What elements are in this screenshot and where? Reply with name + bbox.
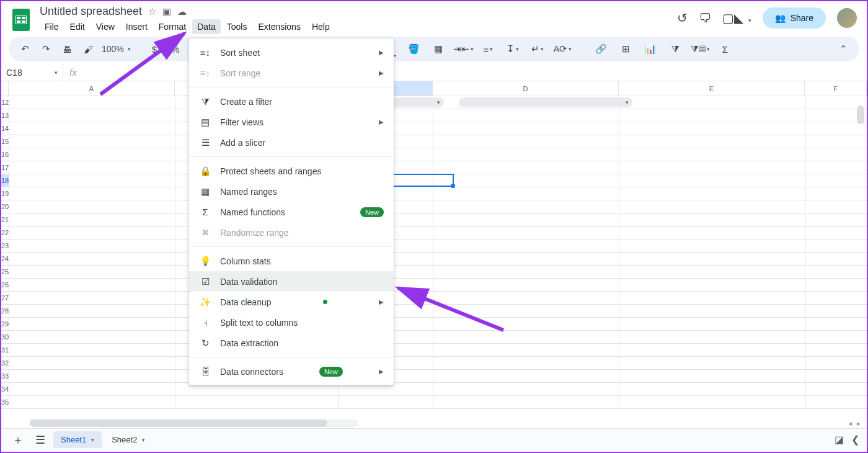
cell[interactable]	[433, 396, 619, 409]
link-button[interactable]: 🔗	[593, 42, 608, 56]
account-avatar[interactable]	[837, 8, 857, 28]
cell[interactable]	[433, 305, 619, 318]
cell[interactable]	[619, 213, 805, 226]
menu-file[interactable]: File	[40, 19, 64, 34]
name-box[interactable]: C18 ▾	[1, 64, 63, 81]
menu-edit[interactable]: Edit	[65, 19, 90, 34]
cell[interactable]	[619, 240, 805, 253]
cell[interactable]	[433, 383, 619, 396]
cell[interactable]	[619, 200, 805, 213]
cell[interactable]	[619, 266, 805, 279]
cell[interactable]	[9, 148, 175, 161]
cell[interactable]	[9, 331, 175, 344]
cell[interactable]	[433, 279, 619, 292]
print-button[interactable]: 🖶	[60, 42, 74, 56]
cell[interactable]	[433, 135, 619, 148]
cell[interactable]	[433, 292, 619, 305]
chart-button[interactable]: 📊	[643, 42, 658, 56]
col-header-A[interactable]: A	[9, 81, 175, 96]
cell[interactable]	[9, 161, 175, 174]
cell[interactable]	[433, 370, 619, 383]
cell[interactable]	[619, 135, 805, 148]
cell[interactable]	[433, 174, 619, 187]
filter-views-button[interactable]: ⧩▦▾	[693, 42, 707, 56]
cell[interactable]	[433, 213, 619, 226]
cell[interactable]	[175, 396, 339, 409]
cell[interactable]	[9, 383, 175, 396]
meet-icon[interactable]: ▢◣ ▾	[722, 11, 751, 25]
cloud-status-icon[interactable]: ☁	[177, 6, 187, 17]
sheet-tab-sheet2[interactable]: Sheet2▾	[104, 431, 153, 448]
cell[interactable]	[619, 344, 805, 357]
cell[interactable]	[619, 226, 805, 240]
row-header[interactable]: 21	[1, 213, 9, 226]
cell-dropdown-pill[interactable]: ▾	[459, 97, 632, 107]
cell[interactable]	[9, 174, 175, 187]
col-header-F[interactable]: F	[805, 81, 867, 96]
cell[interactable]	[619, 109, 805, 122]
cell[interactable]	[433, 266, 619, 279]
cell[interactable]	[619, 292, 805, 305]
cell[interactable]	[9, 266, 175, 279]
spreadsheet-grid[interactable]: ABCDEF 121314151617181920212223242526272…	[1, 81, 867, 410]
sheets-logo[interactable]	[9, 7, 33, 32]
cell[interactable]	[9, 187, 175, 200]
chevron-down-icon[interactable]: ▾	[142, 437, 145, 443]
scroll-left-icon[interactable]: ◄	[847, 420, 853, 427]
percent-button[interactable]: %	[168, 42, 183, 56]
side-panel-toggle[interactable]: ❮	[851, 434, 859, 446]
cell[interactable]	[619, 383, 805, 396]
menu-data[interactable]: Data	[192, 19, 221, 34]
row-header[interactable]: 14	[1, 122, 9, 135]
row-header[interactable]: 25	[1, 266, 9, 279]
share-button[interactable]: 👥 Share	[763, 7, 826, 29]
cell[interactable]	[9, 226, 175, 240]
menu-item-column-stats[interactable]: 💡Column stats	[189, 251, 394, 271]
cell[interactable]	[9, 135, 175, 148]
menu-item-filter-views[interactable]: ▤Filter views▶	[189, 112, 394, 132]
cell[interactable]	[619, 370, 805, 383]
menu-item-named-functions[interactable]: ΣNamed functionsNew	[189, 202, 394, 222]
cell[interactable]	[9, 240, 175, 253]
comment-button[interactable]: ⊞	[618, 42, 633, 56]
cell[interactable]	[433, 253, 619, 266]
cell[interactable]	[433, 187, 619, 200]
row-header[interactable]: 28	[1, 305, 9, 318]
cell[interactable]	[433, 357, 619, 370]
doc-title[interactable]: Untitled spreadsheet	[40, 5, 142, 18]
undo-button[interactable]: ↶	[17, 42, 32, 56]
menu-format[interactable]: Format	[154, 19, 191, 34]
cell[interactable]	[619, 161, 805, 174]
add-sheet-button[interactable]: ＋	[9, 431, 27, 449]
menu-item-split-text-to-columns[interactable]: ⫞Split text to columns	[189, 312, 394, 333]
cell[interactable]	[619, 96, 805, 109]
row-header[interactable]: 15	[1, 135, 9, 148]
rotate-button[interactable]: A⟳▾	[555, 42, 570, 56]
menu-extensions[interactable]: Extensions	[253, 19, 305, 34]
cell[interactable]	[433, 109, 619, 122]
scroll-right-icon[interactable]: ►	[856, 420, 862, 427]
menu-tools[interactable]: Tools	[222, 19, 252, 34]
history-icon[interactable]: ↺	[677, 11, 688, 25]
row-header[interactable]: 17	[1, 161, 9, 174]
cell[interactable]	[9, 253, 175, 266]
row-header[interactable]: 32	[1, 357, 9, 370]
functions-button[interactable]: Σ	[717, 42, 732, 56]
cell[interactable]	[9, 292, 175, 305]
borders-button[interactable]: ▦	[431, 42, 446, 56]
star-icon[interactable]: ☆	[148, 6, 156, 17]
menu-item-named-ranges[interactable]: ▦Named ranges	[189, 181, 394, 202]
horizontal-scrollbar[interactable]	[30, 419, 358, 427]
cell[interactable]	[9, 279, 175, 292]
menu-item-data-connectors[interactable]: 🗄Data connectorsNew▶	[189, 361, 394, 382]
redo-button[interactable]: ↷	[38, 42, 53, 56]
row-header[interactable]: 29	[1, 318, 9, 331]
cell[interactable]	[619, 357, 805, 370]
row-header[interactable]: 16	[1, 148, 9, 161]
row-header[interactable]: 24	[1, 253, 9, 266]
fill-color-button[interactable]: 🪣	[406, 42, 421, 56]
chevron-down-icon[interactable]: ▾	[91, 437, 94, 443]
halign-button[interactable]: ≡▾	[480, 42, 495, 56]
cell[interactable]	[9, 318, 175, 331]
row-header[interactable]: 22	[1, 226, 9, 240]
